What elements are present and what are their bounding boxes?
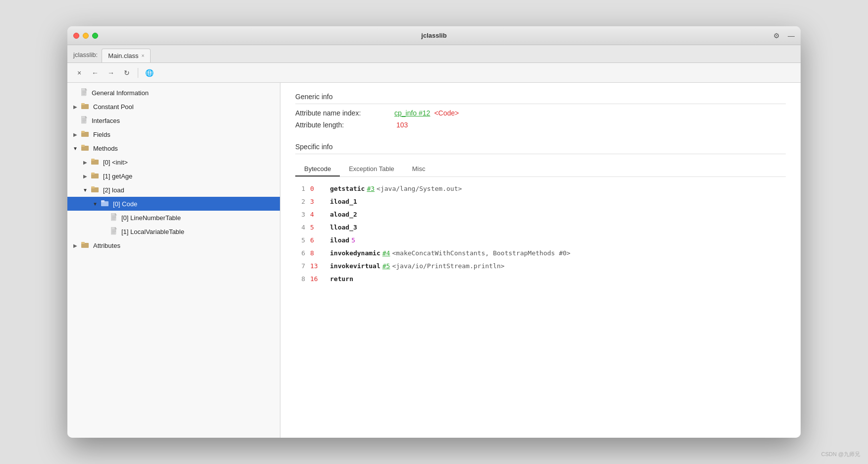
sidebar-item-load[interactable]: ▼ [2] load — [67, 183, 280, 197]
attr-length-row: Attribute length: 103 — [295, 121, 786, 129]
folder-icon — [101, 200, 109, 208]
file-icon — [111, 227, 117, 236]
tab-label: Main.class — [108, 52, 138, 59]
svg-rect-11 — [81, 131, 85, 133]
bc-instruction: return — [330, 275, 353, 283]
close-button[interactable]: × — [72, 66, 86, 80]
sidebar-item-attributes[interactable]: ▶ Attributes — [67, 238, 280, 252]
app-window: jclasslib ⚙ — jclasslib: Main.class × × … — [67, 26, 801, 438]
bc-offset: 6 — [310, 236, 330, 244]
tab-misc[interactable]: Misc — [403, 162, 434, 176]
file-icon — [81, 116, 88, 125]
tree-item-label: General Information — [92, 89, 149, 97]
generic-info-title: Generic info — [295, 93, 786, 104]
bytecode-row: 10getstatic#3 <java/lang/System.out> — [295, 182, 786, 195]
sidebar-item-init[interactable]: ▶ [0] <init> — [67, 155, 280, 169]
bc-reference[interactable]: #3 — [367, 185, 375, 192]
settings-icon[interactable]: ⚙ — [773, 32, 780, 40]
tree-arrow-getAge: ▶ — [81, 174, 89, 179]
tree-item-label: [0] LineNumberTable — [121, 214, 181, 222]
tree-item-label: [0] <init> — [103, 159, 128, 166]
close-button[interactable] — [73, 33, 79, 39]
bc-line-number: 4 — [295, 224, 310, 231]
bc-instruction: getstatic — [330, 185, 365, 192]
content-pane: Generic info Attribute name index: cp_in… — [280, 83, 801, 438]
folder-icon — [81, 130, 89, 139]
bc-reference[interactable]: #5 — [382, 262, 390, 270]
attr-name-row: Attribute name index: cp_info #12 <Code> — [295, 109, 786, 117]
sidebar-item-code[interactable]: ▼ [0] Code — [67, 197, 280, 211]
tab-close-icon[interactable]: × — [142, 53, 145, 58]
folder-icon — [81, 144, 89, 153]
generic-info-section: Generic info Attribute name index: cp_in… — [295, 93, 786, 133]
window-minimize-icon[interactable]: — — [788, 32, 795, 40]
bc-offset: 4 — [310, 211, 330, 218]
bc-comment: <makeConcatWithConstants, BootstrapMetho… — [392, 249, 570, 257]
svg-rect-13 — [81, 145, 85, 147]
tree-item-label: [1] LocalVariableTable — [121, 228, 184, 235]
bc-line-number: 2 — [295, 198, 310, 205]
tree-item-label: Constant Pool — [93, 103, 134, 111]
tree-arrow-constant-pool: ▶ — [71, 104, 79, 110]
tree-arrow-code: ▼ — [91, 201, 99, 207]
back-button[interactable]: ← — [88, 66, 102, 80]
bc-instruction: invokevirtual — [330, 262, 380, 270]
tree-item-label: [2] load — [103, 186, 124, 194]
bc-line-number: 7 — [295, 262, 310, 270]
bytecode-row: 23iload_1 — [295, 195, 786, 208]
bytecode-row: 34aload_2 — [295, 208, 786, 221]
titlebar: jclasslib ⚙ — — [67, 26, 801, 45]
toolbar: × ← → ↻ 🌐 — [67, 63, 801, 83]
bc-number: 5 — [351, 236, 355, 244]
attr-name-link[interactable]: cp_info #12 — [394, 109, 430, 117]
sidebar-item-getAge[interactable]: ▶ [1] getAge — [67, 169, 280, 183]
bc-instruction: aload_2 — [330, 211, 357, 218]
folder-icon — [81, 241, 89, 250]
sidebar-item-line-number-table[interactable]: [0] LineNumberTable — [67, 211, 280, 225]
tree-arrow-fields: ▶ — [71, 132, 79, 137]
tree-item-label: Interfaces — [92, 117, 120, 124]
sidebar-item-fields[interactable]: ▶ Fields — [67, 127, 280, 141]
tree-item-label: Fields — [93, 131, 110, 138]
bc-line-number: 8 — [295, 275, 310, 283]
sidebar: General Information▶ Constant Pool Inter… — [67, 83, 280, 438]
tab-exception-table[interactable]: Exception Table — [340, 162, 403, 176]
bytecode-row: 816return — [295, 272, 786, 285]
main-class-tab[interactable]: Main.class × — [102, 49, 151, 62]
bc-comment: <java/io/PrintStream.println> — [392, 262, 504, 270]
tree-arrow-methods: ▼ — [71, 146, 79, 151]
toolbar-divider — [138, 68, 138, 78]
folder-icon — [81, 103, 89, 111]
maximize-button[interactable] — [92, 33, 98, 39]
tree-item-label: Attributes — [93, 242, 120, 249]
sidebar-item-methods[interactable]: ▼ Methods — [67, 141, 280, 155]
refresh-button[interactable]: ↻ — [120, 66, 134, 80]
browse-button[interactable]: 🌐 — [142, 66, 156, 80]
sidebar-item-general-info[interactable]: General Information — [67, 86, 280, 100]
bc-reference[interactable]: #4 — [382, 249, 390, 257]
tree-arrow-load: ▼ — [81, 187, 89, 193]
bc-line-number: 1 — [295, 185, 310, 192]
bc-offset: 5 — [310, 224, 330, 231]
tabbar-prefix: jclasslib: — [71, 51, 102, 62]
attr-name-value: <Code> — [434, 109, 459, 117]
bc-offset: 8 — [310, 249, 330, 257]
sidebar-item-constant-pool[interactable]: ▶ Constant Pool — [67, 100, 280, 114]
bytecode-row: 68invokedynamic#4 <makeConcatWithConstan… — [295, 246, 786, 259]
tab-bytecode[interactable]: Bytecode — [295, 162, 340, 176]
bc-instruction: invokedynamic — [330, 249, 380, 257]
svg-rect-15 — [91, 159, 95, 161]
tree-arrow-attributes: ▶ — [71, 243, 79, 248]
sidebar-item-interfaces[interactable]: Interfaces — [67, 114, 280, 127]
bc-instruction: iload_1 — [330, 198, 357, 205]
tree-item-label: [1] getAge — [103, 173, 132, 180]
watermark: CSDN @九师兄 — [821, 451, 860, 458]
tree-arrow-init: ▶ — [81, 160, 89, 165]
content-tabs: Bytecode Exception Table Misc — [295, 162, 786, 177]
minimize-button[interactable] — [83, 33, 89, 39]
svg-rect-19 — [91, 186, 95, 188]
forward-button[interactable]: → — [104, 66, 118, 80]
file-icon — [81, 88, 88, 98]
bc-instruction: iload — [330, 236, 349, 244]
sidebar-item-local-variable-table[interactable]: [1] LocalVariableTable — [67, 225, 280, 238]
